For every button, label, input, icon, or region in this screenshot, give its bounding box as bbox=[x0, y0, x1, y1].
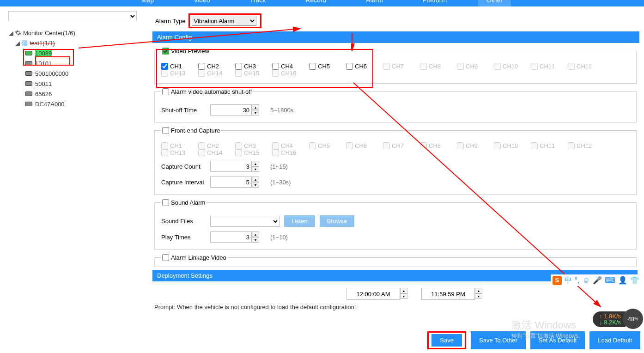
channel-checkbox bbox=[383, 63, 390, 70]
alarm-type-select[interactable]: Vibration Alarm bbox=[192, 16, 256, 26]
ime-mic-icon[interactable]: 🎤 bbox=[593, 276, 602, 285]
spin-down[interactable]: ▼ bbox=[252, 110, 259, 116]
ime-keyboard-icon[interactable]: ⌨ bbox=[605, 276, 615, 285]
tree-root-label[interactable]: Monitor Center(1/6) bbox=[23, 30, 75, 37]
fieldset-linkage-video: Alarm Linkage Video bbox=[154, 254, 637, 267]
channel-ch1[interactable]: CH1 bbox=[161, 63, 198, 70]
video-preview-checkbox[interactable] bbox=[162, 48, 169, 55]
list-icon bbox=[21, 40, 28, 46]
device-item[interactable]: DC47A000 bbox=[35, 101, 65, 108]
channel-checkbox[interactable] bbox=[161, 63, 168, 70]
channel-ch9: CH9 bbox=[457, 63, 494, 70]
device-10089[interactable]: 10089 bbox=[35, 50, 52, 57]
ime-user-icon[interactable]: 👤 bbox=[618, 276, 627, 285]
spin-up[interactable]: ▲ bbox=[400, 288, 407, 293]
spin-down[interactable]: ▼ bbox=[252, 166, 259, 172]
deploy-from-input[interactable] bbox=[346, 288, 400, 300]
play-times-input[interactable] bbox=[210, 231, 252, 243]
set-as-default-button[interactable]: Set As Default bbox=[530, 331, 585, 349]
spin-up[interactable]: ▲ bbox=[252, 104, 259, 110]
alarm-type-highlight: Vibration Alarm bbox=[188, 13, 261, 28]
device-item[interactable]: 50011 bbox=[35, 80, 52, 87]
listen-button[interactable]: Listen bbox=[284, 215, 315, 227]
tab-platform[interactable]: Platform bbox=[414, 0, 455, 6]
spin-down[interactable]: ▼ bbox=[475, 293, 482, 299]
ime-punc[interactable]: °, bbox=[575, 276, 580, 285]
sogou-icon[interactable]: S bbox=[553, 276, 562, 285]
play-times-hint: (1~10) bbox=[270, 234, 288, 241]
channel-ch8: CH8 bbox=[420, 142, 457, 149]
capture-count-input[interactable] bbox=[210, 161, 252, 172]
config-scroll[interactable]: Video Preview CH1CH2CH3CH4CH5CH6CH7CH8CH… bbox=[152, 43, 640, 302]
channel-checkbox[interactable] bbox=[346, 63, 353, 70]
spin-down[interactable]: ▼ bbox=[400, 293, 407, 299]
tab-map[interactable]: Map bbox=[133, 0, 162, 6]
auto-shutoff-checkbox[interactable] bbox=[162, 88, 169, 95]
tab-alarm[interactable]: Alarm bbox=[358, 0, 391, 6]
sound-alarm-checkbox[interactable] bbox=[162, 199, 169, 206]
save-to-other-button[interactable]: Save To Other bbox=[471, 331, 526, 349]
vehicle-select[interactable] bbox=[8, 11, 137, 21]
channel-ch6[interactable]: CH6 bbox=[346, 63, 383, 70]
tab-video[interactable]: Video bbox=[185, 0, 219, 6]
channel-ch4[interactable]: CH4 bbox=[272, 63, 309, 70]
channel-checkbox[interactable] bbox=[235, 63, 242, 70]
ime-lang[interactable]: 中 bbox=[565, 275, 572, 285]
spin-down[interactable]: ▼ bbox=[252, 182, 259, 188]
linkage-video-legend: Alarm Linkage Video bbox=[171, 254, 226, 261]
channel-ch3[interactable]: CH3 bbox=[235, 63, 272, 70]
channel-checkbox bbox=[346, 142, 353, 149]
caret-icon[interactable]: ◢ bbox=[15, 40, 20, 47]
device-item[interactable]: 5001000000 bbox=[35, 70, 68, 77]
caret-icon[interactable]: ◢ bbox=[8, 30, 14, 37]
channel-checkbox[interactable] bbox=[272, 63, 279, 70]
device-item[interactable]: 65626 bbox=[35, 91, 52, 97]
linkage-video-checkbox[interactable] bbox=[162, 254, 169, 261]
fieldset-auto-shutoff: Alarm video automatic shut-off Shut-off … bbox=[154, 88, 637, 122]
channel-ch11: CH11 bbox=[531, 63, 568, 70]
channel-checkbox bbox=[309, 142, 316, 149]
channel-ch6: CH6 bbox=[346, 142, 383, 149]
browse-button[interactable]: Browse bbox=[320, 215, 354, 227]
channel-ch4: CH4 bbox=[272, 142, 309, 149]
net-speed-widget[interactable]: ↑ 1.8K/s ↓ 8.2K/s bbox=[593, 311, 626, 327]
channel-checkbox[interactable] bbox=[198, 63, 205, 70]
shutoff-time-input[interactable] bbox=[210, 104, 252, 116]
spin-up[interactable]: ▲ bbox=[252, 161, 259, 166]
channel-checkbox bbox=[420, 63, 427, 70]
device-item[interactable]: 10101 bbox=[35, 60, 52, 67]
channel-ch15: CH15 bbox=[235, 149, 272, 156]
tab-track[interactable]: Track bbox=[242, 0, 274, 6]
channel-ch2[interactable]: CH2 bbox=[198, 63, 235, 70]
svg-rect-0 bbox=[22, 41, 23, 42]
spin-up[interactable]: ▲ bbox=[252, 231, 259, 237]
tree-group-label[interactable]: test1(1/1) bbox=[30, 40, 55, 47]
front-capture-checkbox[interactable] bbox=[162, 127, 169, 134]
device-icon bbox=[25, 51, 32, 55]
channel-checkbox bbox=[235, 142, 242, 149]
capture-interval-input[interactable] bbox=[210, 176, 252, 188]
spin-up[interactable]: ▲ bbox=[252, 176, 259, 182]
channel-checkbox bbox=[420, 142, 427, 149]
sidebar: ◢ Monitor Center(1/6) ◢ test1(1/1) 10089… bbox=[0, 6, 152, 353]
channel-checkbox bbox=[235, 70, 242, 77]
prompt-text: Prompt: When the vehicle is not configur… bbox=[152, 302, 640, 313]
channel-checkbox[interactable] bbox=[309, 63, 316, 70]
spin-down[interactable]: ▼ bbox=[252, 237, 259, 243]
deploy-to-input[interactable] bbox=[421, 288, 475, 300]
channel-checkbox bbox=[272, 70, 279, 77]
sound-files-select[interactable] bbox=[210, 216, 279, 227]
save-button[interactable]: Save bbox=[431, 334, 462, 347]
tab-record[interactable]: Record bbox=[297, 0, 334, 6]
net-percent-widget[interactable]: 48% bbox=[623, 309, 643, 329]
channel-ch12: CH12 bbox=[568, 142, 605, 149]
channel-ch5[interactable]: CH5 bbox=[309, 63, 346, 70]
load-default-button[interactable]: Load Default bbox=[589, 331, 640, 349]
channel-ch7: CH7 bbox=[383, 142, 420, 149]
channel-checkbox bbox=[383, 142, 390, 149]
ime-toolbar[interactable]: S 中 °, ☺ 🎤 ⌨ 👤 👕 bbox=[551, 274, 641, 286]
ime-emoji-icon[interactable]: ☺ bbox=[583, 276, 590, 285]
spin-up[interactable]: ▲ bbox=[475, 288, 482, 293]
ime-skin-icon[interactable]: 👕 bbox=[630, 276, 639, 285]
tab-other[interactable]: Other bbox=[478, 0, 511, 6]
